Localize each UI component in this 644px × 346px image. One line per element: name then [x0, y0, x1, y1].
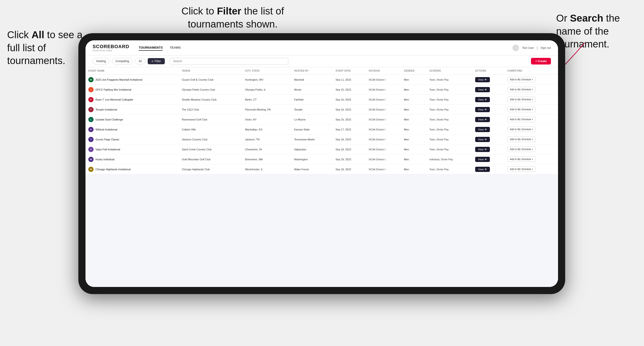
filter-button[interactable]: ≡ Filter: [148, 58, 165, 64]
view-label-5: View: [478, 128, 484, 131]
user-name: Test User: [522, 46, 534, 50]
event-name-cell-7: V Valpo Fall Invitational: [86, 145, 179, 154]
logo-sub: Powered by clippd: [92, 49, 129, 52]
add-schedule-button-4[interactable]: Add to My Schedule +: [507, 117, 536, 122]
action-cell-0: View 👁: [472, 75, 504, 85]
city-state-cell-4: Victor, NY: [242, 115, 291, 125]
city-state-cell-8: Bremerton, WA: [242, 154, 291, 164]
event-name-7: Valpo Fall Invitational: [96, 148, 120, 151]
venue-cell-9: Chicago Highlands Club: [179, 164, 242, 174]
city-state-cell-9: Westchester, IL: [242, 164, 291, 174]
event-name-cell-2: F Ryan T. Lee Memorial Collegiate: [86, 95, 179, 105]
start-date-cell-7: Sep 18, 2023: [333, 145, 366, 154]
col-city-state: CITY, STATE: [242, 67, 291, 75]
add-schedule-button-2[interactable]: Add to My Schedule +: [507, 97, 536, 102]
action-cell-9: View 👁: [472, 164, 504, 174]
action-cell-8: View 👁: [472, 154, 504, 164]
city-state-cell-7: Chesterton, IN: [242, 145, 291, 154]
gender-cell-9: Men: [401, 164, 426, 174]
eye-icon-1: 👁: [484, 88, 487, 91]
view-button-0[interactable]: View 👁: [475, 77, 490, 82]
view-button-6[interactable]: View 👁: [475, 137, 490, 142]
start-date-cell-5: Sep 17, 2023: [333, 125, 366, 135]
filter-label: Filter: [154, 59, 161, 63]
table-row: V Valpo Fall Invitational Sand Creek Cou…: [86, 145, 558, 154]
nav-tab-tournaments[interactable]: TOURNAMENTS: [139, 45, 163, 51]
view-button-9[interactable]: View 👁: [475, 167, 490, 172]
table-row: W Husky Individual Gold Mountain Golf Cl…: [86, 154, 558, 164]
event-name-0: 2023 Joe Feaganes Marshall Invitational: [96, 78, 142, 81]
venue-cell-7: Sand Creek Country Club: [179, 145, 242, 154]
scoring-cell-2: Team, Stroke Play: [426, 95, 472, 105]
venue-cell-0: Guyan Golf & Country Club: [179, 75, 242, 85]
view-button-8[interactable]: View 👁: [475, 157, 490, 162]
venue-cell-4: Ravenwood Golf Club: [179, 115, 242, 125]
hosting-pill[interactable]: Hosting: [92, 58, 110, 64]
venue-cell-8: Gold Mountain Golf Club: [179, 154, 242, 164]
view-button-7[interactable]: View 👁: [475, 147, 490, 152]
nav-tab-teams[interactable]: TEAMS: [170, 45, 181, 51]
signout-link[interactable]: Sign out: [540, 46, 551, 50]
city-state-cell-6: Jackson, TN: [242, 135, 291, 145]
eye-icon-8: 👁: [484, 158, 487, 161]
competing-cell-2: Add to My Schedule +: [504, 95, 558, 105]
scoring-cell-5: Team, Stroke Play: [426, 125, 472, 135]
hosted-by-cell-5: Kansas State: [291, 125, 333, 135]
divider: |: [537, 46, 538, 50]
all-pill[interactable]: All: [135, 58, 145, 64]
start-date-cell-0: Sep 11, 2023: [333, 75, 366, 85]
action-cell-3: View 👁: [472, 105, 504, 115]
filter-icon: ≡: [152, 59, 153, 63]
city-state-cell-5: Manhattan, KS: [242, 125, 291, 135]
team-logo-8: W: [88, 157, 94, 162]
view-label-6: View: [478, 138, 484, 141]
gender-cell-1: Men: [401, 85, 426, 95]
competing-cell-9: Add to My Schedule +: [504, 164, 558, 174]
add-schedule-button-3[interactable]: Add to My Schedule +: [507, 107, 536, 112]
header-right: Test User | Sign out: [512, 45, 551, 51]
event-name-6: Grover Page Classic: [96, 138, 120, 141]
col-event-name: EVENT NAME: [86, 67, 179, 75]
add-schedule-button-9[interactable]: Add to My Schedule +: [507, 167, 536, 172]
venue-cell-5: Colbert Hills: [179, 125, 242, 135]
view-button-1[interactable]: View 👁: [475, 87, 490, 92]
competing-cell-4: Add to My Schedule +: [504, 115, 558, 125]
table-row: F Ryan T. Lee Memorial Collegiate Shuttl…: [86, 95, 558, 105]
add-schedule-button-0[interactable]: Add to My Schedule +: [507, 77, 536, 82]
view-button-5[interactable]: View 👁: [475, 127, 490, 132]
competing-cell-5: Add to My Schedule +: [504, 125, 558, 135]
gender-cell-3: Men: [401, 105, 426, 115]
event-name-cell-4: L Upstate Dual Challenge: [86, 115, 179, 125]
add-schedule-button-5[interactable]: Add to My Schedule +: [507, 127, 536, 132]
view-button-2[interactable]: View 👁: [475, 97, 490, 102]
team-logo-7: V: [88, 147, 94, 152]
competing-cell-3: Add to My Schedule +: [504, 105, 558, 115]
start-date-cell-6: Sep 18, 2023: [333, 135, 366, 145]
col-venue: VENUE: [179, 67, 242, 75]
division-cell-5: NCAA Division I: [366, 125, 401, 135]
scoring-cell-3: Team, Stroke Play: [426, 105, 472, 115]
team-logo-6: T: [88, 137, 94, 142]
scoring-cell-1: Team, Stroke Play: [426, 85, 472, 95]
event-name-cell-0: M 2023 Joe Feaganes Marshall Invitationa…: [86, 75, 179, 85]
add-schedule-button-8[interactable]: Add to My Schedule +: [507, 157, 536, 162]
app-header: SCOREBOARD Powered by clippd TOURNAMENTS…: [86, 40, 558, 55]
user-avatar: [512, 45, 519, 51]
gender-cell-6: Men: [401, 135, 426, 145]
gender-cell-5: Men: [401, 125, 426, 135]
table-row: M 2023 Joe Feaganes Marshall Invitationa…: [86, 75, 558, 85]
competing-pill[interactable]: Competing: [112, 58, 133, 64]
gender-cell-0: Men: [401, 75, 426, 85]
create-button[interactable]: + Create: [531, 58, 551, 64]
view-button-4[interactable]: View 👁: [475, 117, 490, 122]
search-input[interactable]: [170, 58, 288, 64]
add-schedule-button-7[interactable]: Add to My Schedule +: [507, 147, 536, 152]
add-schedule-button-1[interactable]: Add to My Schedule +: [507, 87, 536, 92]
view-button-3[interactable]: View 👁: [475, 107, 490, 112]
action-cell-5: View 👁: [472, 125, 504, 135]
competing-cell-8: Add to My Schedule +: [504, 154, 558, 164]
view-label-4: View: [478, 118, 484, 121]
scoring-cell-7: Team, Stroke Play: [426, 145, 472, 154]
add-schedule-button-6[interactable]: Add to My Schedule +: [507, 137, 536, 142]
division-cell-7: NCAA Division I: [366, 145, 401, 154]
